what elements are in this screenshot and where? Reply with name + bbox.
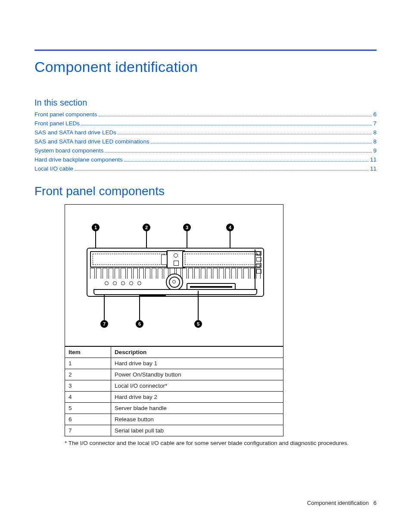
toc-page-number: 11 bbox=[370, 165, 377, 174]
table-of-contents: Front panel components6Front panel LEDs7… bbox=[34, 110, 377, 173]
toc-leader-dots bbox=[99, 116, 372, 116]
lead-line bbox=[139, 295, 140, 320]
lead-line bbox=[104, 295, 105, 320]
toc-leader-dots bbox=[124, 161, 369, 162]
cell-item: 5 bbox=[65, 403, 111, 414]
server-blade-chassis bbox=[87, 248, 264, 297]
toc-label: System board components bbox=[34, 146, 104, 156]
callout-7: 7 bbox=[100, 320, 108, 328]
cell-description: Power On/Standby button bbox=[111, 369, 283, 380]
right-edge-detail bbox=[255, 249, 262, 295]
callout-1: 1 bbox=[92, 224, 100, 231]
toc-page-number: 8 bbox=[373, 128, 377, 137]
toc-page-number: 8 bbox=[373, 137, 377, 146]
front-panel-diagram: 1 2 3 4 7 6 bbox=[65, 204, 283, 346]
toc-entry[interactable]: Front panel LEDs7 bbox=[34, 119, 377, 128]
toc-label: SAS and SATA hard drive LEDs bbox=[34, 128, 116, 137]
cell-description: Hard drive bay 2 bbox=[111, 392, 283, 403]
callout-4: 4 bbox=[226, 224, 234, 231]
callout-5: 5 bbox=[194, 320, 202, 328]
callout-3: 3 bbox=[183, 224, 191, 231]
power-button-icon bbox=[174, 253, 178, 258]
toc-label: SAS and SATA hard drive LED combinations bbox=[34, 137, 149, 146]
table-row: 2Power On/Standby button bbox=[65, 369, 283, 380]
toc-label: Hard drive backplane components bbox=[34, 156, 123, 165]
led-row bbox=[105, 281, 141, 285]
toc-entry[interactable]: Front panel components6 bbox=[34, 110, 377, 119]
component-table: Item Description 1Hard drive bay 12Power… bbox=[65, 346, 283, 436]
header-description: Description bbox=[111, 347, 283, 358]
toc-entry[interactable]: System board components9 bbox=[34, 146, 377, 156]
cell-item: 6 bbox=[65, 414, 111, 425]
footnote: * The I/O connector and the local I/O ca… bbox=[65, 440, 377, 446]
hard-drive-bay-2 bbox=[182, 251, 261, 268]
cell-item: 2 bbox=[65, 369, 111, 380]
document-page: Component identification In this section… bbox=[0, 0, 411, 532]
toc-leader-dots bbox=[75, 170, 369, 171]
footer-text: Component identification bbox=[307, 500, 369, 506]
toc-label: Local I/O cable bbox=[34, 165, 73, 174]
toc-entry[interactable]: Hard drive backplane components11 bbox=[34, 156, 377, 165]
table-row: 1Hard drive bay 1 bbox=[65, 358, 283, 369]
toc-page-number: 9 bbox=[373, 146, 377, 156]
in-this-section-heading: In this section bbox=[34, 98, 377, 108]
toc-entry[interactable]: SAS and SATA hard drive LED combinations… bbox=[34, 137, 377, 146]
cell-item: 3 bbox=[65, 380, 111, 392]
top-rule bbox=[34, 50, 377, 51]
toc-leader-dots bbox=[81, 125, 372, 125]
callout-6: 6 bbox=[136, 320, 143, 328]
toc-page-number: 6 bbox=[373, 110, 377, 119]
cell-description: Release button bbox=[111, 414, 283, 425]
section-heading: Front panel components bbox=[34, 184, 377, 198]
toc-leader-dots bbox=[118, 134, 372, 134]
cell-description: Serial label pull tab bbox=[111, 425, 283, 436]
cell-item: 4 bbox=[65, 392, 111, 403]
lead-line bbox=[139, 295, 166, 296]
toc-leader-dots bbox=[105, 152, 372, 152]
header-item: Item bbox=[65, 347, 111, 358]
table-row: 6Release button bbox=[65, 414, 283, 425]
table-row: 3Local I/O connector* bbox=[65, 380, 283, 392]
footer-page: 6 bbox=[374, 500, 377, 506]
cell-item: 1 bbox=[65, 358, 111, 369]
toc-entry[interactable]: Local I/O cable11 bbox=[34, 165, 377, 174]
cell-description: Server blade handle bbox=[111, 403, 283, 414]
toc-label: Front panel LEDs bbox=[34, 119, 80, 128]
table-row: 7Serial label pull tab bbox=[65, 425, 283, 436]
cell-description: Hard drive bay 1 bbox=[111, 358, 283, 369]
toc-page-number: 7 bbox=[373, 119, 377, 128]
cell-item: 7 bbox=[65, 425, 111, 436]
callout-2: 2 bbox=[143, 224, 150, 231]
lead-line bbox=[198, 291, 199, 320]
hard-drive-bay-1 bbox=[90, 251, 167, 268]
table-row: 4Hard drive bay 2 bbox=[65, 392, 283, 403]
toc-entry[interactable]: SAS and SATA hard drive LEDs8 bbox=[34, 128, 377, 137]
release-button bbox=[166, 274, 183, 291]
toc-page-number: 11 bbox=[370, 156, 377, 165]
toc-leader-dots bbox=[151, 143, 372, 143]
cell-description: Local I/O connector* bbox=[111, 380, 283, 392]
table-header-row: Item Description bbox=[65, 347, 283, 358]
toc-label: Front panel components bbox=[34, 110, 97, 119]
table-row: 5Server blade handle bbox=[65, 403, 283, 414]
server-blade-handle bbox=[93, 289, 257, 295]
page-footer: Component identification 6 bbox=[307, 500, 377, 506]
indicator-icon bbox=[174, 261, 179, 266]
page-title: Component identification bbox=[34, 59, 377, 75]
